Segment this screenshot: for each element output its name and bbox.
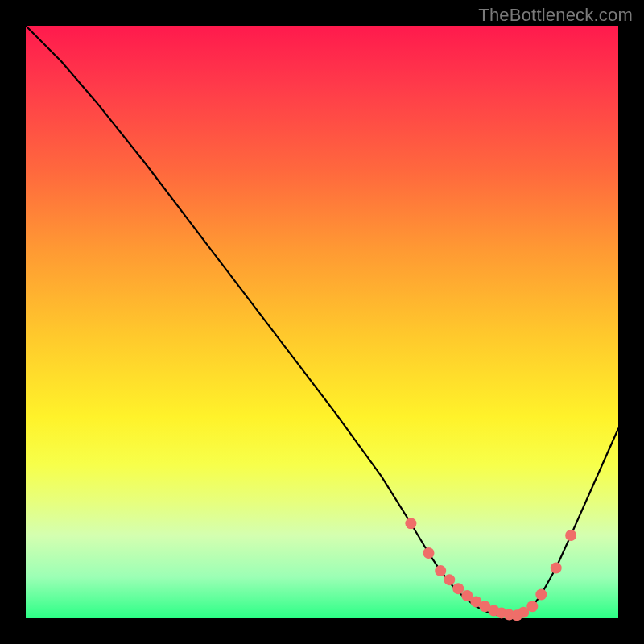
attribution-label: TheBottleneck.com	[478, 5, 633, 26]
highlight-marker	[435, 565, 446, 576]
highlight-marker	[526, 601, 538, 612]
highlight-marker	[535, 589, 547, 601]
highlight-band-markers	[405, 518, 576, 621]
highlight-marker	[452, 583, 464, 594]
chart-overlay	[26, 26, 618, 618]
bottleneck-curve	[26, 26, 618, 615]
highlight-marker	[405, 518, 416, 529]
highlight-marker	[423, 547, 434, 559]
chart-frame: TheBottleneck.com	[0, 0, 644, 644]
highlight-marker	[551, 562, 562, 573]
highlight-marker	[565, 530, 576, 541]
highlight-marker	[444, 574, 455, 585]
